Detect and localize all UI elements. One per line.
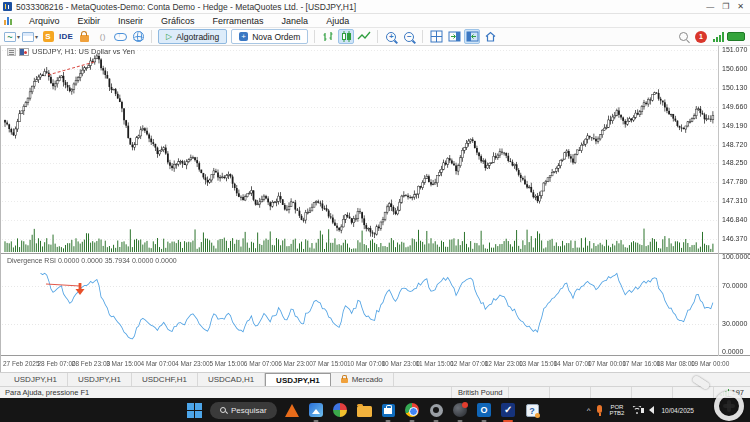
title-bar: 5033308216 - MetaQuotes-Demo: Conta Demo… bbox=[0, 0, 750, 14]
tray-expand-chevron[interactable]: ^ bbox=[587, 406, 591, 415]
time-axis-label: 4 Mar 07:00 bbox=[141, 360, 176, 367]
price-axis-label: 149.660 bbox=[722, 103, 747, 110]
search-icon bbox=[220, 407, 226, 413]
microphone-icon[interactable] bbox=[597, 405, 602, 413]
price-axis-label: 148.720 bbox=[722, 141, 747, 148]
line-chart-type-button[interactable] bbox=[356, 29, 372, 44]
zoom-out-icon: − bbox=[404, 32, 414, 42]
chart-tab-usdjpy-h1-0[interactable]: USDJPY,H1 bbox=[4, 373, 68, 386]
tile-windows-button[interactable] bbox=[428, 29, 444, 44]
algotrading-label: Algotrading bbox=[176, 32, 219, 42]
search-label: Pesquisar bbox=[231, 406, 267, 415]
ohlc-bars-icon bbox=[322, 30, 335, 43]
metatrader-icon: ✓ bbox=[501, 403, 515, 417]
lock-button[interactable] bbox=[76, 29, 92, 44]
start-button[interactable] bbox=[186, 402, 203, 419]
notifications-button[interactable]: 1 bbox=[693, 29, 709, 44]
help-app-button[interactable]: ? bbox=[524, 402, 541, 419]
symbol-header: USDJPY, H1: US Dollar vs Yen bbox=[7, 47, 135, 56]
chart-tab-usdjpy-h1-1[interactable]: USDJPY,H1 bbox=[68, 373, 132, 386]
ms-store-button[interactable] bbox=[380, 402, 397, 419]
pinwheel-app-button[interactable] bbox=[332, 402, 349, 419]
time-axis-label: 3 Mar 15:00 bbox=[106, 360, 141, 367]
home-button[interactable] bbox=[482, 29, 498, 44]
indicators-button[interactable]: ~▾ bbox=[4, 29, 20, 44]
time-axis-label: 6 Mar 07:00 bbox=[244, 360, 279, 367]
new-chart-button[interactable]: ▾ bbox=[22, 29, 38, 44]
time-axis-label: 4 Mar 23:00 bbox=[175, 360, 210, 367]
price-chart-canvas[interactable] bbox=[1, 46, 750, 372]
status-help-text: Para Ajuda, pressione F1 bbox=[0, 388, 451, 397]
bar-chart-type-button[interactable] bbox=[320, 29, 336, 44]
time-axis-label: 6 Mar 23:00 bbox=[278, 360, 313, 367]
connection-quality-icon bbox=[727, 32, 745, 41]
tab-label: USDJPY,H1 bbox=[276, 376, 320, 385]
lock-icon bbox=[341, 378, 348, 383]
file-explorer-button[interactable] bbox=[356, 402, 373, 419]
rsi-axis-label: 30.0000 bbox=[722, 320, 747, 327]
time-axis-label: 13 Mar 15:00 bbox=[519, 360, 557, 367]
settings-app-button[interactable] bbox=[428, 402, 445, 419]
menu-item-arquivo[interactable]: Arquivo bbox=[20, 15, 69, 27]
nova-ordem-button[interactable]: +Nova Ordem bbox=[231, 29, 308, 44]
status-cell bbox=[672, 387, 713, 398]
menu-item-exibir[interactable]: Exibir bbox=[69, 15, 110, 27]
menu-item-inserir[interactable]: Inserir bbox=[109, 15, 152, 27]
styler-button[interactable]: S bbox=[40, 29, 56, 44]
tab-label: USDJPY,H1 bbox=[78, 375, 121, 384]
chart-tab-usdcad-h1-3[interactable]: USDCAD,H1 bbox=[198, 373, 265, 386]
outlook-app-button[interactable]: O bbox=[476, 402, 493, 419]
time-axis-label: 17 Mar 16:00 bbox=[622, 360, 660, 367]
menu-item-graficos[interactable]: Gráficos bbox=[152, 15, 204, 27]
play-icon: ▷ bbox=[166, 32, 172, 41]
candlestick-type-button[interactable] bbox=[338, 29, 354, 44]
clock-date[interactable]: 10/04/2025 bbox=[661, 407, 694, 414]
photos-app-button[interactable] bbox=[308, 402, 325, 419]
status-cell bbox=[549, 387, 590, 398]
status-traffic-cell: 197 bbox=[713, 387, 750, 398]
chart-tab-usdchf-h1-2[interactable]: USDCHF,H1 bbox=[132, 373, 198, 386]
price-axis-label: 151.070 bbox=[722, 46, 747, 53]
cloud-upload-button[interactable] bbox=[112, 29, 128, 44]
rsi-axis-label: 100.0000 bbox=[722, 253, 750, 260]
broadcast-button[interactable]: ( ) bbox=[94, 29, 110, 44]
time-axis-label: 12 Mar 23:00 bbox=[485, 360, 523, 367]
menu-item-ajuda[interactable]: Ajuda bbox=[317, 15, 358, 27]
chart-tab-mercado-5[interactable]: Mercado bbox=[331, 373, 394, 386]
zoom-in-button[interactable]: + bbox=[383, 29, 399, 44]
tab-label: USDCAD,H1 bbox=[208, 375, 254, 384]
time-axis-label: 27 Feb 2025 bbox=[3, 360, 40, 367]
community-button[interactable] bbox=[130, 29, 146, 44]
vlc-app-button[interactable] bbox=[284, 402, 301, 419]
zoom-out-button[interactable]: − bbox=[401, 29, 417, 44]
metatrader-app-button[interactable]: ✓ bbox=[500, 402, 517, 419]
chart-tab-usdjpy-h1-4[interactable]: USDJPY,H1 bbox=[265, 373, 331, 386]
speaker-icon[interactable] bbox=[649, 406, 654, 414]
new-order-icon: + bbox=[239, 32, 248, 41]
chrome-app-button[interactable] bbox=[404, 402, 421, 419]
minimize-button[interactable]: — bbox=[706, 2, 714, 12]
price-axis-label: 150.600 bbox=[722, 65, 747, 72]
time-axis-label: 17 Mar 00:00 bbox=[588, 360, 626, 367]
close-button[interactable]: ✕ bbox=[737, 2, 744, 12]
symbol-label: USDJPY, H1: US Dollar vs Yen bbox=[32, 47, 135, 56]
language-indicator[interactable]: PORPTB2 bbox=[609, 404, 624, 417]
dock-left-button[interactable] bbox=[464, 29, 480, 44]
metaeditor-button[interactable]: IDE bbox=[58, 29, 74, 44]
menu-item-janela[interactable]: Janela bbox=[273, 15, 318, 27]
chevron-down-icon: ▾ bbox=[17, 33, 20, 40]
dock-right-button[interactable] bbox=[446, 29, 462, 44]
vlc-icon bbox=[285, 404, 299, 417]
search-icon bbox=[679, 32, 688, 41]
maximize-button[interactable]: ❐ bbox=[722, 2, 729, 12]
algotrading-button[interactable]: ▷Algotrading bbox=[158, 29, 227, 44]
recorder-app-button[interactable] bbox=[452, 402, 469, 419]
chart-context-icon[interactable] bbox=[7, 48, 16, 56]
time-axis-label: 12 Mar 07:00 bbox=[450, 360, 488, 367]
chart-region: USDJPY, H1: US Dollar vs Yen Divergence … bbox=[0, 46, 750, 372]
price-axis-label: 146.370 bbox=[722, 235, 747, 242]
menu-item-ferramentas[interactable]: Ferramentas bbox=[204, 15, 273, 27]
search-button[interactable] bbox=[675, 29, 691, 44]
taskbar-search[interactable]: Pesquisar bbox=[210, 402, 277, 419]
chart-window-icon[interactable] bbox=[4, 16, 14, 25]
